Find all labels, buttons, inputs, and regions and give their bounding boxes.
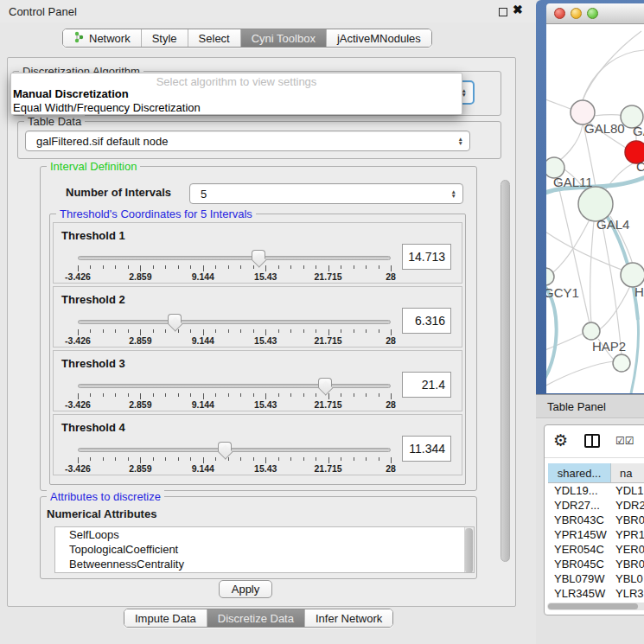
minimize-traffic-light[interactable] [571,8,582,19]
tab-network[interactable]: Network [63,29,142,47]
dropdown-option-manual-discretization[interactable]: Manual Discretization [11,86,462,100]
tab-impute-data[interactable]: Impute Data [124,609,207,627]
network-window-titlebar[interactable] [546,3,644,24]
close-icon[interactable]: ✖ [513,3,523,16]
tab-discretize-data[interactable]: Discretize Data [207,609,305,627]
gear-icon[interactable]: ⚙ [553,431,568,450]
tick-mark [265,393,266,399]
tick-mark [153,329,154,333]
tick-mark [379,393,379,397]
slider-thumb[interactable] [318,378,332,387]
tab-label: Network [89,32,131,45]
network-edge[interactable] [590,221,594,323]
group-title: Attributes to discretize [47,490,164,503]
tick-label: 9.144 [192,399,214,410]
list-item-topologicalcoefficient[interactable]: TopologicalCoefficient [55,542,474,557]
tick-mark [341,457,341,461]
stepper-icon: ▲▼ [451,189,456,198]
list-item-selfloops[interactable]: SelfLoops [55,527,474,542]
table-hscrollbar[interactable] [547,603,644,610]
apply-button[interactable]: Apply [219,580,272,598]
tab-label: Cyni Toolbox [252,32,316,45]
threshold-value-field[interactable]: 6.316 [402,308,451,334]
slider-track[interactable] [78,256,391,260]
network-edge[interactable] [546,333,584,351]
checkbox-filter-icons[interactable]: ☑☑ [615,435,634,447]
cell-name: YPR1 [611,527,644,542]
tick-mark [203,329,204,335]
network-node-gcy1[interactable] [546,268,554,285]
tick-mark [190,329,191,333]
table-row[interactable]: YBR043CYBR0 [548,513,644,527]
number-of-intervals-value: 5 [201,188,207,201]
network-edge-highlighted[interactable] [631,320,639,393]
panel-scrollbar[interactable] [501,173,510,579]
tab-jactivemnodules[interactable]: jActiveMNodules [327,29,431,47]
tick-mark [78,329,79,335]
attributes-listbox[interactable]: SelfLoopsTopologicalCoefficientBetweenne… [54,526,475,573]
tick-mark [240,265,241,269]
float-panel-icon[interactable] [499,8,507,16]
tick-mark [354,457,354,461]
tick-mark [253,457,254,461]
table-data-combobox[interactable]: galFiltered.sif default node ▲▼ [25,131,470,151]
tick-mark [366,457,367,461]
scrollbar-thumb[interactable] [548,603,638,609]
network-edge[interactable] [557,124,583,163]
tab-cyni-toolbox[interactable]: Cyni Toolbox [241,29,327,47]
table-row[interactable]: YBL079WYBL0 [548,571,644,586]
network-node-gal4[interactable] [578,187,613,221]
table-row[interactable]: YLR345WYLR3 [548,586,644,599]
network-edge[interactable] [583,31,641,100]
table-row[interactable]: YDR27...YDR2 [548,498,644,513]
scrollbar-thumb[interactable] [465,528,473,573]
table-row[interactable]: YDL19...YDL1 [548,483,644,498]
slider-thumb[interactable] [168,314,182,323]
threshold-value-field[interactable]: 11.344 [402,436,451,462]
slider-track[interactable] [78,384,391,388]
network-node[interactable] [613,354,630,372]
dropdown-option-equal-width-frequency-discretization[interactable]: Equal Width/Frequency Discretization [11,100,462,114]
close-traffic-light[interactable] [554,8,565,19]
threshold-value-field[interactable]: 21.4 [402,372,451,398]
network-edge[interactable] [546,99,571,109]
cell-shared-name: YDL19... [548,483,611,498]
threshold-panel-threshold-4: Threshold 4-3.4262.8599.14415.4321.71528… [53,414,462,475]
zoom-traffic-light[interactable] [587,8,598,19]
table-row[interactable]: YPR145WYPR1 [548,527,644,542]
table-row[interactable]: YBR045CYBR0 [548,557,644,571]
slider-track[interactable] [78,320,391,324]
network-canvas[interactable]: GAL80GACGAL11GAL4GCY1HAHAP2 [546,24,644,393]
tick-mark [128,457,129,461]
threshold-value-field[interactable]: 14.713 [402,244,451,270]
network-edge[interactable] [546,361,614,387]
attributes-scrollbar[interactable] [464,527,474,572]
columns-icon[interactable] [584,434,600,448]
tick-mark [103,265,104,269]
number-of-intervals-combobox[interactable]: 5 ▲▼ [189,183,463,204]
tab-select[interactable]: Select [188,29,241,47]
slider-thumb[interactable] [252,250,265,259]
table-row[interactable]: YER054CYER0 [548,542,644,557]
column-header-shared[interactable]: shared... [548,463,611,482]
network-edge[interactable] [594,115,622,117]
tick-mark [366,329,367,333]
tab-infer-network[interactable]: Infer Network [305,609,392,627]
slider-track[interactable] [78,448,391,452]
list-item-betweennesscentrality[interactable]: BetweennessCentrality [55,557,474,571]
network-node-ha[interactable] [621,263,644,287]
slider-thumb[interactable] [218,442,232,451]
tab-style[interactable]: Style [142,29,188,47]
network-node-hap2[interactable] [583,322,600,340]
column-header-name[interactable]: na [611,463,644,482]
cell-shared-name: YER054C [548,542,611,557]
network-edge[interactable] [550,220,590,275]
node-label: GA [633,124,644,138]
table-data-group: Table Data galFiltered.sif default node … [17,121,501,159]
tick-mark [290,457,291,461]
network-edge[interactable] [583,50,644,100]
tick-mark [140,329,141,335]
tick-mark [190,265,191,269]
attribute-items: SelfLoopsTopologicalCoefficientBetweenne… [55,527,474,571]
scrollbar-thumb[interactable] [501,180,510,562]
